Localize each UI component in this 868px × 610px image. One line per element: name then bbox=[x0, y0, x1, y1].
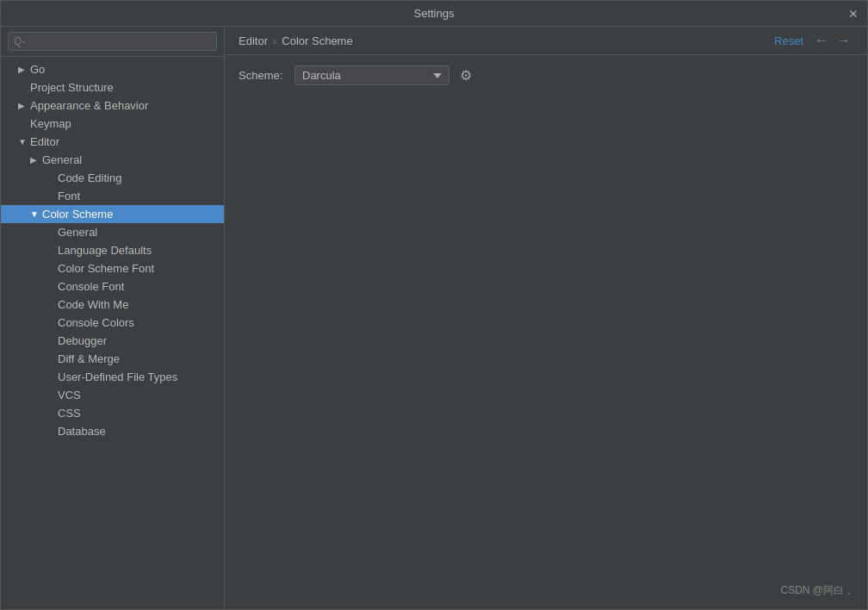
arrow-icon: ▼ bbox=[30, 209, 42, 219]
sidebar-item-css-label: CSS bbox=[58, 407, 81, 420]
sidebar-item-font[interactable]: Font bbox=[1, 187, 224, 205]
sidebar-item-editor-label: Editor bbox=[30, 135, 59, 148]
back-button[interactable]: ← bbox=[812, 34, 831, 47]
scheme-select[interactable]: Darcula Default High contrast IntelliJ L… bbox=[294, 65, 450, 85]
sidebar-item-debugger[interactable]: Debugger bbox=[1, 332, 224, 350]
sidebar-item-ab-label: Appearance & Behavior bbox=[30, 99, 148, 112]
sidebar-item-dm-label: Diff & Merge bbox=[58, 352, 120, 365]
arrow-icon: ▶ bbox=[30, 155, 42, 165]
reset-button[interactable]: Reset bbox=[774, 34, 803, 47]
settings-panel: Scheme: Darcula Default High contrast In… bbox=[225, 55, 867, 96]
sidebar-item-diff-merge[interactable]: Diff & Merge bbox=[1, 350, 224, 368]
sidebar-item-database[interactable]: Database bbox=[1, 422, 224, 440]
sidebar-item-user-defined-file-types[interactable]: User-Defined File Types bbox=[1, 368, 224, 386]
sidebar-item-cs-label: Color Scheme bbox=[42, 208, 113, 221]
sidebar-item-console-font[interactable]: Console Font bbox=[1, 277, 224, 296]
breadcrumb-separator: › bbox=[273, 34, 276, 47]
search-input[interactable] bbox=[8, 32, 217, 51]
sidebar-item-cf-label: Console Font bbox=[58, 280, 124, 293]
arrow-icon: ▶ bbox=[18, 101, 30, 110]
breadcrumb-bar: Editor › Color Scheme Reset ← → bbox=[225, 27, 867, 55]
settings-tree: ▶ Go Project Structure ▶ Appearance & Be… bbox=[1, 57, 224, 609]
sidebar-item-go[interactable]: ▶ Go bbox=[1, 60, 224, 78]
sidebar-item-code-with-me[interactable]: Code With Me bbox=[1, 296, 224, 314]
sidebar-item-keymap[interactable]: Keymap bbox=[1, 115, 224, 133]
title-bar: Settings ✕ bbox=[1, 1, 867, 27]
breadcrumb-right: Reset ← → bbox=[774, 34, 853, 47]
breadcrumb-nav: ← → bbox=[812, 34, 853, 47]
sidebar-item-language-defaults[interactable]: Language Defaults bbox=[1, 241, 224, 259]
arrow-icon: ▼ bbox=[18, 137, 30, 146]
sidebar-item-debugger-label: Debugger bbox=[58, 334, 107, 347]
sidebar-item-go-label: Go bbox=[30, 63, 45, 76]
sidebar-item-ld-label: Language Defaults bbox=[58, 244, 152, 257]
settings-dialog: Settings ✕ ▶ Go Project Structure bbox=[0, 0, 868, 610]
search-box bbox=[1, 27, 224, 57]
sidebar-item-ps-label: Project Structure bbox=[30, 81, 114, 94]
sidebar-item-cs-general[interactable]: General bbox=[1, 223, 224, 241]
forward-button[interactable]: → bbox=[834, 34, 853, 47]
sidebar-item-font-label: Font bbox=[58, 190, 80, 202]
dialog-title: Settings bbox=[414, 7, 455, 20]
arrow-icon: ▶ bbox=[18, 65, 30, 74]
sidebar-item-editor[interactable]: ▼ Editor bbox=[1, 133, 224, 151]
close-button[interactable]: ✕ bbox=[846, 7, 860, 21]
scheme-row: Scheme: Darcula Default High contrast In… bbox=[239, 65, 853, 85]
sidebar-item-general[interactable]: ▶ General bbox=[1, 151, 224, 169]
breadcrumb-parent: Editor bbox=[239, 34, 268, 47]
sidebar-item-project-structure[interactable]: Project Structure bbox=[1, 78, 224, 96]
breadcrumb: Editor › Color Scheme bbox=[239, 34, 353, 47]
breadcrumb-current: Color Scheme bbox=[282, 34, 352, 47]
sidebar-item-color-scheme-font[interactable]: Color Scheme Font bbox=[1, 259, 224, 277]
sidebar-item-color-scheme[interactable]: ▼ Color Scheme bbox=[1, 205, 224, 223]
sidebar-item-console-colors[interactable]: Console Colors bbox=[1, 314, 224, 332]
sidebar-item-keymap-label: Keymap bbox=[30, 117, 71, 130]
sidebar-item-csg-label: General bbox=[58, 226, 97, 239]
sidebar-item-udft-label: User-Defined File Types bbox=[58, 370, 177, 383]
scheme-label: Scheme: bbox=[239, 69, 286, 82]
sidebar-item-css[interactable]: CSS bbox=[1, 404, 224, 422]
sidebar-item-ce-label: Code Editing bbox=[58, 171, 121, 184]
gear-button[interactable]: ⚙ bbox=[458, 67, 474, 84]
sidebar-item-general-label: General bbox=[42, 153, 82, 166]
sidebar-item-code-editing[interactable]: Code Editing bbox=[1, 169, 224, 187]
sidebar-item-cc-label: Console Colors bbox=[58, 316, 134, 329]
sidebar-item-database-label: Database bbox=[58, 425, 106, 438]
sidebar-item-csf-label: Color Scheme Font bbox=[58, 262, 154, 275]
sidebar: ▶ Go Project Structure ▶ Appearance & Be… bbox=[1, 27, 225, 609]
dialog-body: ▶ Go Project Structure ▶ Appearance & Be… bbox=[1, 27, 867, 609]
watermark: CSDN @阿白， bbox=[780, 583, 854, 598]
sidebar-item-vcs-label: VCS bbox=[58, 389, 81, 401]
sidebar-item-vcs[interactable]: VCS bbox=[1, 386, 224, 404]
sidebar-item-appearance-behavior[interactable]: ▶ Appearance & Behavior bbox=[1, 96, 224, 115]
main-content: Editor › Color Scheme Reset ← → Scheme: bbox=[225, 27, 867, 609]
sidebar-item-cwm-label: Code With Me bbox=[58, 298, 128, 311]
